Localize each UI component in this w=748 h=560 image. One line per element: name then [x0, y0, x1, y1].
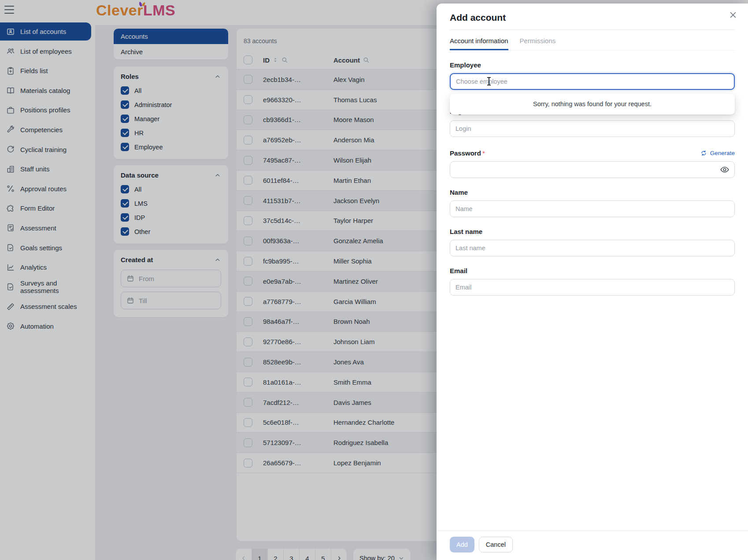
last-name-label: Last name	[450, 228, 735, 235]
employee-dropdown-message: Sorry, nothing was found for your reques…	[450, 93, 735, 115]
eye-icon[interactable]	[720, 165, 729, 174]
add-button[interactable]: Add	[450, 537, 474, 553]
app-canvas: CleverLMS List of accounts List of emplo…	[0, 0, 748, 560]
drawer-tabs: Account information Permissions	[450, 37, 735, 51]
name-input[interactable]	[450, 200, 735, 217]
cancel-button[interactable]: Cancel	[479, 537, 513, 553]
email-input[interactable]	[450, 279, 735, 296]
name-label: Name	[450, 189, 735, 196]
drawer-footer: Add Cancel	[437, 530, 748, 560]
close-icon[interactable]	[729, 11, 740, 22]
employee-label: Employee	[450, 61, 735, 69]
last-name-input[interactable]	[450, 240, 735, 256]
password-input[interactable]	[450, 161, 735, 178]
password-label: Password*	[450, 149, 485, 157]
drawer-form: Employee Sorry, nothing was found for yo…	[437, 61, 748, 296]
add-account-drawer: Add account Account information Permissi…	[437, 4, 748, 560]
login-input[interactable]	[450, 120, 735, 137]
generate-password-button[interactable]: Generate	[700, 150, 735, 156]
drawer-title: Add account	[450, 12, 735, 23]
divider	[450, 30, 735, 30]
employee-input[interactable]	[450, 73, 735, 90]
tab-account-information[interactable]: Account information	[450, 37, 508, 50]
required-asterisk: *	[482, 149, 485, 157]
email-label: Email	[450, 267, 735, 274]
generate-refresh-icon	[700, 150, 707, 156]
tab-permissions[interactable]: Permissions	[520, 37, 556, 50]
